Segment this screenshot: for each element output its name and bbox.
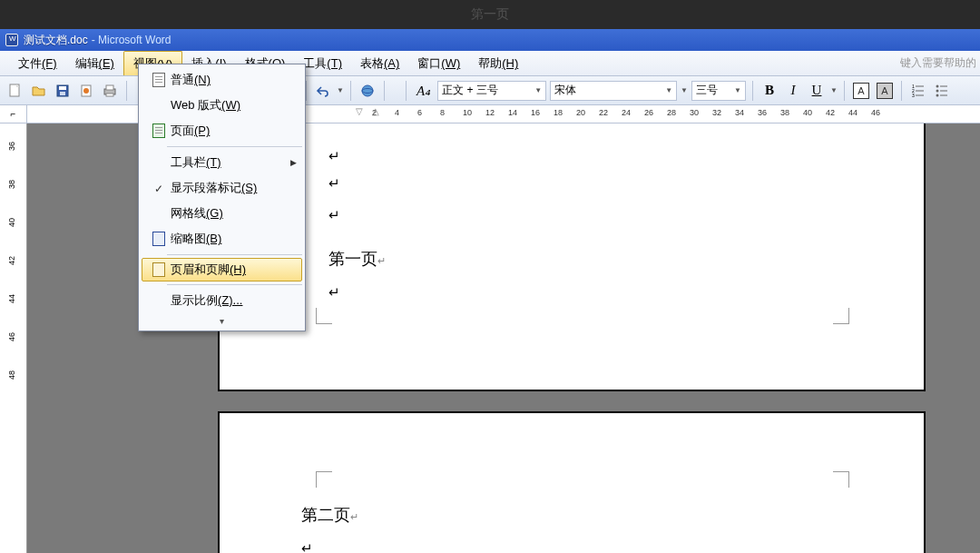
view-normal[interactable]: 普通(N) [142,67,302,93]
underline-button[interactable]: U [807,81,827,101]
ruler-tick: 48 [7,370,16,380]
ruler-tick: 24 [622,108,631,117]
header-footer-icon [152,262,165,277]
background-text: 第一页 [471,6,509,23]
bullets-button[interactable] [932,81,952,101]
ruler-tick: 40 [803,108,812,117]
char-shading-button[interactable]: A [875,81,895,101]
italic-button[interactable]: I [783,81,803,101]
ruler-tick: 34 [735,108,744,117]
menu-window[interactable]: 窗口(W) [408,51,469,75]
svg-point-9 [362,85,373,96]
toolbar-sep [406,81,407,101]
hyperlink-button[interactable] [358,81,377,101]
undo-dropdown-icon[interactable]: ▼ [337,86,344,94]
svg-rect-8 [106,94,113,96]
menu-edit[interactable]: 编辑(E) [66,51,123,75]
size-combo[interactable]: 三号▼ [691,81,746,101]
normal-view-icon [152,73,165,87]
ruler-tick: 46 [871,108,880,117]
page-layout-icon [152,123,165,138]
vertical-ruler[interactable]: 36384042444648 [0,123,27,553]
menu-separator [167,146,302,147]
margin-corner-icon [833,471,849,488]
document-title: 测试文档.doc [24,33,88,48]
new-doc-button[interactable] [5,81,25,101]
svg-point-17 [936,84,938,87]
ruler-tick: 26 [644,108,653,117]
indent-marker-icon[interactable]: △ [372,106,379,116]
page-2-text[interactable]: 第二页↵ [301,504,358,526]
paragraph-mark: ↵ [328,175,340,192]
style-indicator-icon[interactable]: A₄ [413,83,434,99]
view-gridlines[interactable]: 网格线(G) [142,201,302,226]
paragraph-mark: ↵ [328,284,340,301]
svg-rect-3 [60,92,65,95]
menu-help[interactable]: 帮助(H) [469,51,527,75]
ruler-tick: 18 [554,108,563,117]
help-search-prompt[interactable]: 键入需要帮助的 [900,51,980,75]
ruler-tick: 12 [485,108,495,117]
word-app-icon [5,34,18,46]
view-zoom[interactable]: 显示比例(Z)... [142,288,302,313]
save-button[interactable] [53,81,73,101]
ruler-tick: 14 [508,108,517,117]
ruler-tick: 4 [395,108,399,117]
page-1-text[interactable]: 第一页↵ [328,248,386,270]
print-button[interactable] [100,81,120,101]
toolbar-sep [844,81,845,101]
background-window-strip: 第一页 [0,0,980,29]
thumbnail-icon [152,232,165,246]
page-2[interactable]: 第二页↵ ↵ [218,411,926,553]
view-web[interactable]: Web 版式(W) [142,93,302,118]
view-show-paragraph-marks[interactable]: 显示段落标记(S) [142,175,302,201]
style-combo[interactable]: 正文 + 三号▼ [437,81,546,101]
toolbar-sep [901,81,902,101]
svg-rect-2 [59,86,66,90]
char-border-button[interactable]: A [851,81,871,101]
ruler-tick: 6 [417,108,422,117]
ruler-tick: 16 [531,108,540,117]
ruler-tick: 22 [599,108,608,117]
ruler-tick: 46 [7,332,16,341]
numbering-button[interactable]: 123 [908,81,928,101]
menu-file[interactable]: 文件(F) [9,51,66,75]
menu-expand-icon[interactable]: ▾ [142,313,302,328]
font-combo[interactable]: 宋体▼ [550,81,677,101]
ruler-tick: 40 [7,218,16,227]
underline-dropdown-icon[interactable]: ▼ [830,86,838,94]
menu-separator [167,254,302,255]
indent-marker-icon[interactable]: ▽ [356,106,363,116]
view-page-layout[interactable]: 页面(P) [142,118,302,143]
ruler-corner-icon: ⌐ [0,105,27,123]
paragraph-mark: ↵ [328,207,340,223]
ruler-tick: 20 [576,108,585,117]
undo-button[interactable] [313,81,333,101]
ruler-tick: 44 [848,108,858,117]
view-thumbnails[interactable]: 缩略图(B) [142,226,302,252]
ruler-tick: 8 [440,108,445,117]
toolbar-sep [752,81,753,101]
ruler-tick: 38 [7,180,16,189]
svg-point-5 [83,88,89,94]
margin-corner-icon [833,308,849,324]
ruler-tick: 28 [667,108,676,117]
ruler-tick: 36 [7,142,16,151]
ruler-tick: 38 [780,108,789,117]
ruler-tick: 42 [826,108,835,117]
menu-table[interactable]: 表格(A) [351,51,408,75]
ruler-tick: 30 [690,108,699,117]
view-toolbars[interactable]: 工具栏(T) ▶ [142,150,302,175]
view-menu-dropdown: 普通(N) Web 版式(W) 页面(P) 工具栏(T) ▶ 显示段落标记(S)… [138,64,306,331]
bold-button[interactable]: B [760,81,779,101]
open-button[interactable] [29,81,49,101]
margin-corner-icon [316,471,332,488]
view-header-footer[interactable]: 页眉和页脚(H) [142,258,302,281]
paragraph-mark: ↵ [328,148,340,164]
ruler-tick: 42 [7,256,16,265]
permissions-button[interactable] [76,81,96,101]
page-1[interactable]: ↵ ↵ ↵ 第一页↵ ↵ [218,123,926,391]
toolbar-sep [384,81,385,101]
font-expand-icon[interactable]: ▼ [681,86,688,94]
submenu-arrow-icon: ▶ [290,158,297,167]
